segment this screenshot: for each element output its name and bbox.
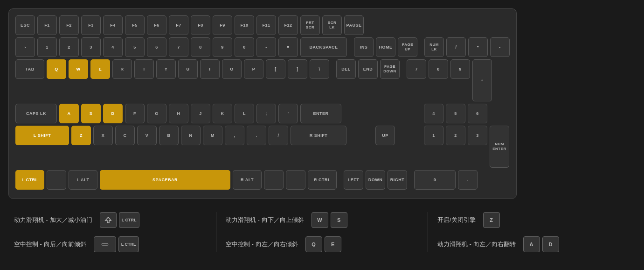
key-num-plus[interactable]: + [472, 59, 492, 101]
key-rshift[interactable]: R SHIFT [291, 126, 346, 145]
key-o[interactable]: O [222, 59, 242, 79]
key-f6[interactable]: F6 [147, 15, 166, 35]
key-l[interactable]: L [235, 104, 254, 123]
key-num8[interactable]: 8 [429, 59, 448, 79]
key-9[interactable]: 9 [213, 37, 232, 57]
key-num0[interactable]: 0 [414, 170, 456, 190]
key-w[interactable]: W [69, 59, 88, 79]
key-esc[interactable]: ESC [15, 15, 35, 35]
key-f12[interactable]: F12 [278, 15, 298, 35]
key-x[interactable]: X [93, 126, 113, 145]
key-t[interactable]: T [134, 59, 154, 79]
key-down[interactable]: DOWN [366, 170, 385, 190]
key-lbracket[interactable]: [ [266, 59, 285, 79]
key-equals[interactable]: = [278, 37, 298, 57]
key-num4[interactable]: 4 [424, 104, 443, 123]
key-k[interactable]: K [213, 104, 232, 123]
key-semicolon[interactable]: ; [256, 104, 276, 123]
key-s[interactable]: S [81, 104, 101, 123]
key-numdot[interactable]: . [458, 170, 478, 190]
key-5[interactable]: 5 [125, 37, 145, 57]
key-y[interactable]: Y [156, 59, 176, 79]
key-h[interactable]: H [169, 104, 188, 123]
key-v[interactable]: V [137, 126, 157, 145]
key-comma[interactable]: , [225, 126, 244, 145]
key-6[interactable]: 6 [147, 37, 166, 57]
key-num3[interactable]: 3 [468, 126, 487, 145]
key-enter[interactable]: ENTER [300, 104, 341, 123]
key-backspace[interactable]: BACKSPACE [300, 37, 347, 57]
key-tab[interactable]: TAB [15, 59, 44, 79]
key-num-minus[interactable]: - [490, 37, 510, 57]
key-capslk[interactable]: CAPS LK [15, 104, 57, 123]
key-prtscr[interactable]: PRTSCR [300, 15, 320, 35]
key-i[interactable]: I [200, 59, 220, 79]
key-spacebar[interactable]: SPACEBAR [100, 170, 230, 190]
key-8[interactable]: 8 [191, 37, 210, 57]
key-scrlk[interactable]: SCRLK [322, 15, 342, 35]
key-f10[interactable]: F10 [235, 15, 254, 35]
key-period[interactable]: . [247, 126, 266, 145]
key-del[interactable]: DEL [336, 59, 356, 79]
key-fwdslash[interactable]: / [269, 126, 288, 145]
key-num-slash[interactable]: / [446, 37, 466, 57]
key-rctrl[interactable]: R CTRL [308, 170, 337, 190]
key-r[interactable]: R [112, 59, 132, 79]
key-num9[interactable]: 9 [450, 59, 470, 79]
key-num7[interactable]: 7 [407, 59, 426, 79]
key-f11[interactable]: F11 [256, 15, 276, 35]
key-f3[interactable]: F3 [81, 15, 101, 35]
key-g[interactable]: G [147, 104, 166, 123]
key-numlk[interactable]: NUMLK [424, 37, 444, 57]
key-0[interactable]: 0 [235, 37, 254, 57]
key-ralt[interactable]: R ALT [233, 170, 262, 190]
key-3[interactable]: 3 [81, 37, 101, 57]
key-left[interactable]: LEFT [344, 170, 363, 190]
key-backslash[interactable]: \ [310, 59, 329, 79]
key-minus[interactable]: - [256, 37, 276, 57]
key-p[interactable]: P [244, 59, 263, 79]
key-quote[interactable]: ' [278, 104, 298, 123]
key-tilde[interactable]: ~ [15, 37, 35, 57]
key-home[interactable]: HOME [376, 37, 395, 57]
key-lshift[interactable]: L SHIFT [15, 126, 69, 145]
key-f9[interactable]: F9 [213, 15, 232, 35]
key-pagedown[interactable]: PAGEDOWN [380, 59, 400, 79]
key-lalt[interactable]: L ALT [69, 170, 97, 190]
key-n[interactable]: N [181, 126, 201, 145]
key-j[interactable]: J [191, 104, 210, 123]
key-q[interactable]: Q [47, 59, 66, 79]
key-num2[interactable]: 2 [446, 126, 465, 145]
key-f1[interactable]: F1 [37, 15, 57, 35]
key-end[interactable]: END [358, 59, 378, 79]
key-f5[interactable]: F5 [125, 15, 145, 35]
key-4[interactable]: 4 [103, 37, 123, 57]
key-win-right[interactable] [264, 170, 284, 190]
key-right[interactable]: RIGHT [388, 170, 407, 190]
key-num-asterisk[interactable]: * [468, 37, 488, 57]
key-pause[interactable]: PAUSE [344, 15, 364, 35]
key-lctrl[interactable]: L CTRL [15, 170, 44, 190]
key-d[interactable]: D [103, 104, 123, 123]
key-2[interactable]: 2 [59, 37, 79, 57]
key-z[interactable]: Z [71, 126, 91, 145]
key-ins[interactable]: INS [354, 37, 374, 57]
key-num1[interactable]: 1 [424, 126, 443, 145]
key-f8[interactable]: F8 [191, 15, 210, 35]
key-pageup[interactable]: PAGEUP [398, 37, 417, 57]
key-m[interactable]: M [203, 126, 222, 145]
key-up[interactable]: UP [375, 126, 395, 145]
key-num6[interactable]: 6 [468, 104, 487, 123]
key-f7[interactable]: F7 [169, 15, 188, 35]
key-win-left[interactable] [47, 170, 66, 190]
key-b[interactable]: B [159, 126, 179, 145]
key-1[interactable]: 1 [37, 37, 57, 57]
key-c[interactable]: C [115, 126, 135, 145]
key-numenter[interactable]: NUMENTER [490, 126, 509, 168]
key-f2[interactable]: F2 [59, 15, 79, 35]
key-e[interactable]: E [90, 59, 110, 79]
key-7[interactable]: 7 [169, 37, 188, 57]
key-num5[interactable]: 5 [446, 104, 465, 123]
key-a[interactable]: A [59, 104, 79, 123]
key-u[interactable]: U [178, 59, 198, 79]
